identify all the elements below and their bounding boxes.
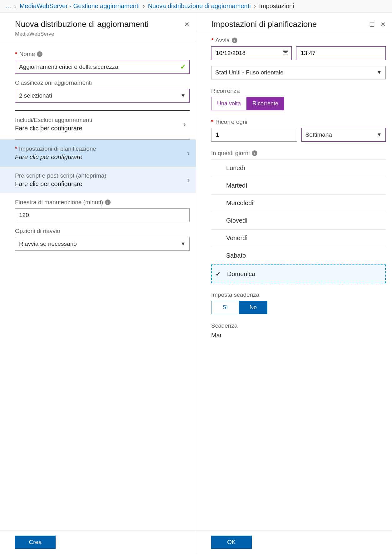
chevron-right-icon: › — [183, 120, 186, 129]
recurring-button[interactable]: Ricorrente — [247, 97, 284, 110]
recur-every-label: * Ricorre ogni — [211, 119, 386, 125]
recur-unit-select[interactable]: Settimana ▼ — [301, 128, 386, 142]
chevron-down-icon: ▼ — [181, 93, 186, 98]
close-icon[interactable]: ✕ — [380, 21, 386, 28]
maximize-icon[interactable]: ☐ — [369, 21, 375, 28]
breadcrumb-ellipsis[interactable]: … — [5, 3, 11, 10]
chevron-right-icon: › — [187, 176, 190, 184]
expiry-value: Mai — [211, 332, 386, 339]
schedule-settings-row[interactable]: * Impostazioni di pianificazione Fare cl… — [0, 139, 196, 166]
svg-rect-4 — [286, 53, 287, 53]
chevron-down-icon: ▼ — [377, 132, 382, 138]
timezone-select[interactable]: Stati Uniti - Fuso orientale ▼ — [211, 66, 386, 79]
maintenance-window-input[interactable] — [15, 208, 190, 222]
chevron-right-icon: › — [143, 3, 145, 10]
panel-subtitle: MediaWebServe — [0, 31, 196, 41]
schedule-settings-panel: Impostazioni di pianificazione ☐ ✕ * Avv… — [196, 13, 392, 554]
day-saturday[interactable]: Sabato — [211, 247, 386, 265]
recurrence-toggle: Una volta Ricorrente — [211, 97, 386, 110]
info-icon[interactable]: i — [252, 150, 257, 156]
name-input[interactable] — [15, 60, 190, 74]
breadcrumb-link-1[interactable]: MediaWebServer - Gestione aggiornamenti — [20, 3, 140, 10]
expiry-label: Scadenza — [211, 322, 386, 329]
checkbox-checked-icon: ✓ — [216, 270, 221, 278]
chevron-down-icon: ▼ — [377, 70, 382, 75]
close-icon[interactable]: ✕ — [184, 21, 190, 28]
chevron-down-icon: ▼ — [181, 241, 186, 247]
update-deployment-panel: Nuova distribuzione di aggiornamenti ✕ M… — [0, 13, 196, 554]
day-wednesday[interactable]: Mercoledì — [211, 194, 386, 212]
day-thursday[interactable]: Giovedì — [211, 212, 386, 230]
info-icon[interactable]: i — [232, 38, 237, 43]
day-sunday[interactable]: ✓ Domenica — [211, 265, 386, 283]
breadcrumb: … › MediaWebServer - Gestione aggiorname… — [0, 0, 392, 13]
once-button[interactable]: Una volta — [211, 97, 247, 110]
day-friday[interactable]: Venerdì — [211, 230, 386, 247]
include-exclude-row[interactable]: Includi/Escludi aggiornamenti Fare clic … — [15, 111, 190, 138]
chevron-right-icon: › — [254, 3, 256, 10]
start-time-input[interactable] — [296, 46, 386, 60]
check-icon: ✓ — [180, 63, 186, 71]
days-label: In questi giorni i — [211, 150, 386, 157]
panel-title: Nuova distribuzione di aggiornamenti — [15, 19, 149, 29]
days-list: Lunedì Martedì Mercoledì Giovedì Venerdì… — [211, 159, 386, 283]
recurrence-label: Ricorrenza — [211, 88, 386, 94]
chevron-right-icon: › — [187, 149, 190, 158]
day-tuesday[interactable]: Martedì — [211, 177, 386, 194]
maintenance-window-label: Finestra di manutenzione (minuti) i — [15, 199, 190, 206]
start-date-input[interactable] — [211, 46, 292, 60]
ok-button[interactable]: OK — [211, 536, 252, 549]
chevron-right-icon: › — [14, 3, 17, 10]
classifications-label: Classificazioni aggiornamenti — [15, 79, 190, 86]
reboot-options-select[interactable]: Riavvia se necessario ▼ — [15, 237, 190, 251]
reboot-options-label: Opzioni di riavvio — [15, 228, 190, 235]
svg-rect-3 — [285, 53, 286, 53]
no-button[interactable]: No — [239, 301, 267, 314]
yes-button[interactable]: Sì — [211, 301, 239, 314]
create-button[interactable]: Crea — [15, 536, 56, 549]
breadcrumb-current: Impostazioni — [259, 3, 294, 10]
calendar-icon[interactable] — [282, 49, 289, 57]
day-monday[interactable]: Lunedì — [211, 159, 386, 177]
info-icon[interactable]: i — [105, 199, 111, 205]
name-label: * Nome i — [15, 51, 190, 58]
classifications-select[interactable]: 2 selezionati ▼ — [15, 89, 190, 103]
start-label: * Avvia i — [211, 37, 386, 44]
expiry-toggle: Sì No — [211, 301, 386, 314]
recur-number-input[interactable] — [211, 128, 297, 142]
set-expiry-label: Imposta scadenza — [211, 291, 386, 298]
pre-post-script-row[interactable]: Pre-script e post-script (anteprima) Far… — [0, 166, 196, 193]
svg-rect-2 — [284, 53, 285, 53]
panel-title: Impostazioni di pianificazione — [211, 19, 317, 29]
breadcrumb-link-2[interactable]: Nuova distribuzione di aggiornamenti — [148, 3, 251, 10]
info-icon[interactable]: i — [37, 51, 42, 57]
